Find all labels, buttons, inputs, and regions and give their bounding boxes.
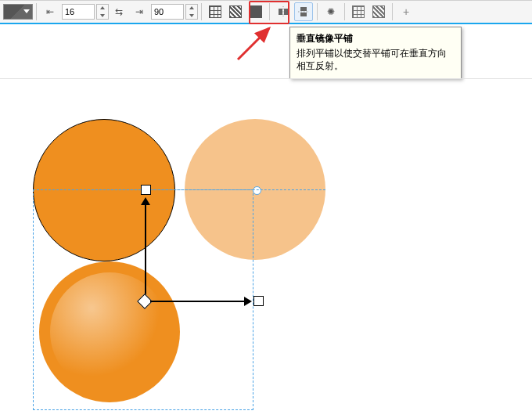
arrow-left-icon: ⇤ bbox=[46, 6, 54, 17]
svg-line-6 bbox=[238, 28, 269, 59]
grid-alt-icon bbox=[229, 5, 242, 18]
svg-rect-4 bbox=[300, 13, 307, 16]
guide-hline bbox=[33, 189, 325, 190]
h-offset-left-icon[interactable]: ⇤ bbox=[41, 2, 59, 21]
rotate-btn[interactable]: ✺ bbox=[322, 2, 340, 21]
add-tool-btn[interactable]: + bbox=[397, 2, 415, 21]
sparkle-icon: ✺ bbox=[327, 6, 335, 17]
double-arrow-icon: ⇆ bbox=[115, 6, 123, 17]
tooltip-title: 垂直镜像平铺 bbox=[297, 32, 455, 45]
toolbar-separator bbox=[317, 3, 318, 20]
toolbar-separator bbox=[392, 3, 393, 20]
grid-icon bbox=[209, 5, 221, 18]
callout-arrow-icon bbox=[235, 23, 282, 63]
transform-btn-1[interactable] bbox=[349, 2, 368, 21]
h-axis-line bbox=[150, 301, 244, 302]
toolbar-separator bbox=[36, 3, 37, 20]
tile-pattern-btn-1[interactable] bbox=[206, 2, 225, 21]
app-window: ⇤ ⇆ ⇥ bbox=[0, 0, 532, 418]
plus-icon: + bbox=[403, 5, 409, 18]
svg-rect-3 bbox=[300, 7, 307, 11]
svg-rect-1 bbox=[284, 9, 288, 15]
svg-rect-0 bbox=[279, 9, 282, 15]
mirror-horizontal-icon bbox=[278, 6, 289, 17]
grid-alt-icon bbox=[372, 5, 385, 18]
toolbar-separator bbox=[344, 3, 345, 20]
tooltip: 垂直镜像平铺 排列平铺以使交替平铺可在垂直方向相互反射。 bbox=[289, 27, 462, 79]
h-axis-arrowhead-icon bbox=[244, 297, 252, 306]
tile-pattern-btn-2[interactable] bbox=[226, 2, 245, 21]
h-offset-spin[interactable] bbox=[96, 4, 109, 20]
toolbar-separator bbox=[269, 3, 270, 20]
tile-pattern-btn-3[interactable] bbox=[246, 2, 265, 21]
tile-origin-handle[interactable] bbox=[141, 185, 151, 195]
h-offset-right-icon[interactable]: ⇥ bbox=[130, 2, 149, 21]
h-offset-mode-icon[interactable]: ⇆ bbox=[110, 2, 128, 21]
h-offset-input[interactable] bbox=[62, 4, 95, 20]
transform-btn-2[interactable] bbox=[369, 2, 388, 21]
tooltip-body: 排列平铺以使交替平铺可在垂直方向相互反射。 bbox=[297, 47, 455, 72]
accent-bar bbox=[0, 23, 532, 24]
rotate-stepper[interactable] bbox=[149, 4, 198, 20]
mirror-vertical-icon bbox=[298, 6, 309, 17]
drawing-canvas[interactable] bbox=[0, 78, 532, 418]
v-axis-arrowhead-icon bbox=[141, 197, 150, 205]
properties-toolbar: ⇤ ⇆ ⇥ bbox=[0, 0, 532, 23]
arrow-right-icon: ⇥ bbox=[135, 6, 143, 17]
mirror-vertical-btn[interactable] bbox=[294, 2, 313, 21]
fill-swatch-dropdown[interactable] bbox=[3, 4, 33, 20]
rotate-input[interactable] bbox=[151, 4, 184, 20]
toolbar-separator bbox=[201, 3, 202, 20]
grid-solid-icon bbox=[250, 5, 262, 18]
v-axis-line bbox=[145, 205, 146, 299]
h-offset-stepper[interactable] bbox=[60, 4, 109, 20]
tile-size-handle[interactable] bbox=[253, 296, 264, 306]
tile-origin-node[interactable] bbox=[253, 186, 261, 195]
rotate-spin[interactable] bbox=[185, 4, 198, 20]
grid-icon bbox=[352, 5, 365, 18]
mirror-horizontal-btn[interactable] bbox=[274, 2, 293, 21]
